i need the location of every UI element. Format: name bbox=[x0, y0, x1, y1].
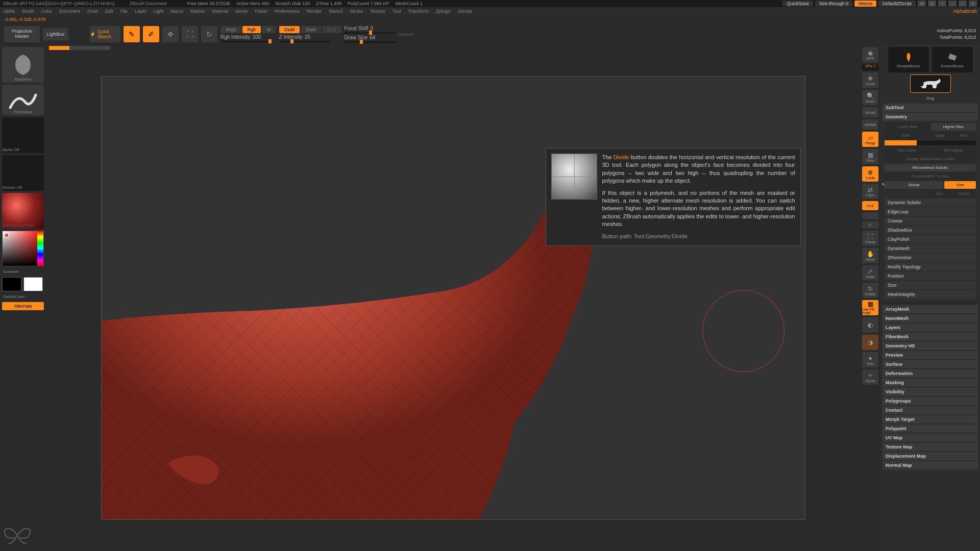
menu-movie[interactable]: Movie bbox=[235, 9, 248, 14]
sub-meshintegrity[interactable]: MeshIntegrity bbox=[885, 290, 976, 298]
smt-button[interactable]: Smt bbox=[944, 181, 976, 189]
section-surface[interactable]: Surface bbox=[883, 360, 978, 368]
menu-transform[interactable]: Transform bbox=[408, 9, 429, 14]
sub-dynamesh[interactable]: DynaMesh bbox=[885, 244, 976, 253]
sub-modify-topology[interactable]: Modify Topology bbox=[885, 263, 976, 271]
section-polypaint[interactable]: Polypaint bbox=[883, 424, 978, 433]
section-layers[interactable]: Layers bbox=[883, 323, 978, 332]
rgb-button[interactable]: Rgb bbox=[242, 26, 261, 33]
seethrough-slider[interactable]: See-through 0 bbox=[815, 1, 852, 7]
menu-render[interactable]: Render bbox=[307, 9, 322, 14]
local-button[interactable]: ⊕Local bbox=[862, 166, 878, 182]
menu-stencil[interactable]: Stencil bbox=[329, 9, 342, 14]
section-visibility[interactable]: Visibility bbox=[883, 388, 978, 396]
fit-button[interactable]: ⊙ bbox=[862, 221, 878, 229]
section-normal-map[interactable]: Normal Map bbox=[883, 461, 978, 469]
section-deformation[interactable]: Deformation bbox=[883, 369, 978, 378]
move-nav-button[interactable]: ✋Move bbox=[862, 248, 878, 263]
xyz-button[interactable]: XYZ bbox=[862, 201, 878, 210]
section-morph-target[interactable]: Morph Target bbox=[883, 415, 978, 423]
sub-size[interactable]: Size bbox=[885, 281, 976, 289]
transp-button[interactable]: ◐ bbox=[862, 317, 878, 333]
section-subtool[interactable]: SubTool bbox=[883, 104, 978, 112]
menu-texture[interactable]: Texture bbox=[370, 9, 385, 14]
stroke-selector[interactable]: FreeHand bbox=[2, 85, 44, 115]
sub-claypolish[interactable]: ClayPolish bbox=[885, 235, 976, 243]
minimize-icon[interactable]: – bbox=[948, 1, 957, 7]
menu-light[interactable]: Light bbox=[154, 9, 164, 14]
bpr-button[interactable]: ◉BPR bbox=[862, 47, 878, 62]
projection-master-button[interactable]: Projection Master bbox=[4, 26, 40, 42]
section-nanomesh[interactable]: NanoMesh bbox=[883, 314, 978, 322]
ghost-button[interactable]: ◑ bbox=[862, 335, 878, 350]
zadd-button[interactable]: Zadd bbox=[279, 26, 300, 33]
lsym-button[interactable]: ⇄LSym bbox=[862, 184, 878, 199]
sub-edgeloop[interactable]: EdgeLoop bbox=[885, 208, 976, 216]
section-displacement-map[interactable]: Displacement Map bbox=[883, 452, 978, 460]
menu-material[interactable]: Material bbox=[212, 9, 228, 14]
color-picker[interactable] bbox=[2, 231, 44, 266]
secondary-color[interactable] bbox=[2, 277, 21, 291]
scroll-button[interactable]: ✥Scroll bbox=[862, 72, 878, 88]
higher-res-button[interactable]: Higher Res bbox=[931, 123, 976, 131]
section-arraymesh[interactable]: ArrayMesh bbox=[883, 305, 978, 313]
gradient-label[interactable]: Gradient bbox=[2, 268, 44, 275]
actual-button[interactable]: Actual bbox=[862, 107, 878, 117]
menu-layer[interactable]: Layer bbox=[135, 9, 146, 14]
xpose-button[interactable]: ✧Xpose bbox=[862, 369, 878, 385]
convert-button[interactable]: Convert BPR To Geo bbox=[885, 172, 976, 180]
menu-stroke[interactable]: Stroke bbox=[350, 9, 363, 14]
material-selector[interactable]: MatCap Red Wax bbox=[2, 193, 44, 229]
scale-nav-button[interactable]: ⤢Scale bbox=[862, 265, 878, 281]
brush-thumb-eraser[interactable]: EraserBrush bbox=[932, 47, 973, 72]
alpha-selector[interactable]: Alpha Off bbox=[2, 117, 44, 153]
maximize-icon[interactable]: □ bbox=[959, 1, 967, 7]
zsub-button[interactable]: Zsub bbox=[301, 26, 321, 33]
reconstruct-button[interactable]: Reconstruct Subdiv bbox=[885, 164, 976, 171]
zcut-button[interactable]: Zcut bbox=[322, 26, 341, 33]
center-button[interactable]: ◦ bbox=[862, 212, 878, 219]
menu-document[interactable]: Document bbox=[59, 9, 80, 14]
floor-button[interactable]: ▦Floor bbox=[862, 149, 878, 164]
pin-icon[interactable]: ⊞ bbox=[918, 1, 926, 7]
sdiv-slider[interactable]: SDiv bbox=[885, 132, 927, 139]
menu-zplugin[interactable]: Zplugin bbox=[436, 9, 451, 14]
focal-shift-slider[interactable] bbox=[345, 32, 396, 34]
cage-button[interactable]: Cage bbox=[928, 132, 952, 139]
pin2-icon[interactable]: ⊟ bbox=[928, 1, 936, 7]
quick-sketch-button[interactable]: ⚡ Quick Sketch bbox=[90, 26, 120, 42]
scale-button[interactable]: ⛶ bbox=[182, 26, 198, 42]
solo-button[interactable]: ●Solo bbox=[862, 352, 878, 367]
persp-button[interactable]: ▱Persp bbox=[862, 132, 878, 147]
menu-brush[interactable]: Brush bbox=[22, 9, 34, 14]
sub-crease[interactable]: Crease bbox=[885, 217, 976, 225]
alternate-button[interactable]: Alternate bbox=[2, 302, 44, 310]
section-preview[interactable]: Preview bbox=[883, 351, 978, 359]
help-icon[interactable]: ? bbox=[938, 1, 946, 7]
primary-color[interactable] bbox=[23, 277, 43, 291]
move-button[interactable]: ✥ bbox=[162, 26, 179, 42]
m-button[interactable]: M bbox=[262, 26, 276, 33]
polyf-button[interactable]: ▦Line Fill PolyF bbox=[862, 300, 878, 315]
z-intensity-slider[interactable] bbox=[279, 41, 330, 42]
divide-button[interactable]: ↖ Divide bbox=[885, 181, 943, 189]
lower-res-button[interactable]: Lower Res bbox=[885, 123, 930, 131]
dynamic-label[interactable]: Dynamic bbox=[399, 32, 414, 37]
section-polygroups[interactable]: Polygroups bbox=[883, 397, 978, 405]
viewport[interactable]: The Divide button doubles the horizontal… bbox=[101, 76, 805, 520]
spix-slider[interactable]: SPix 3 bbox=[862, 64, 878, 70]
menu-file[interactable]: File bbox=[120, 9, 128, 14]
section-fibermesh[interactable]: FiberMesh bbox=[883, 333, 978, 341]
sub-position[interactable]: Position bbox=[885, 272, 976, 280]
draw-button[interactable]: ✐ bbox=[143, 26, 159, 42]
texture-selector[interactable]: Texture Off bbox=[2, 155, 44, 191]
hue-strip[interactable] bbox=[37, 231, 43, 266]
sub-shadowbox[interactable]: ShadowBox bbox=[885, 226, 976, 234]
section-geometry-hd[interactable]: Geometry HD bbox=[883, 342, 978, 350]
menu-tool[interactable]: Tool bbox=[393, 9, 401, 14]
lightbox-button[interactable]: LightBox bbox=[43, 28, 68, 40]
menu-alphabrush[interactable]: AlphaBrush bbox=[953, 9, 977, 14]
frame-button[interactable]: ⛶Frame bbox=[862, 231, 878, 246]
menu-color[interactable]: Color bbox=[41, 9, 53, 14]
section-texture-map[interactable]: Texture Map bbox=[883, 443, 978, 451]
